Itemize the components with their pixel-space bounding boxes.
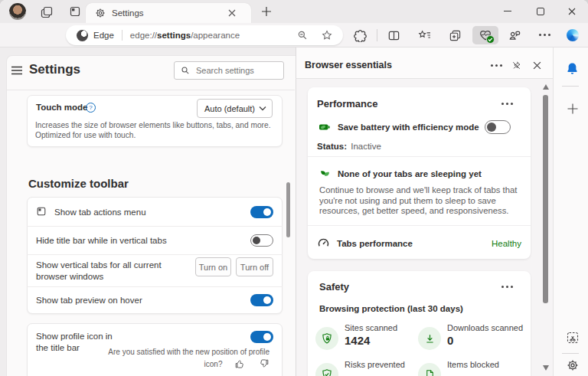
downloads-scanned-label: Downloads scanned: [447, 323, 523, 332]
thumb-down-icon[interactable]: [259, 358, 270, 369]
url-path: /appearance: [191, 31, 240, 40]
tabs-performance-value: Healthy: [459, 239, 521, 248]
scroll-up-arrow[interactable]: [543, 84, 549, 90]
browser-tab-settings[interactable]: Settings: [86, 3, 251, 23]
panel-more-icon[interactable]: [491, 64, 502, 67]
edge-logo-icon: [77, 30, 88, 41]
tab-actions-menu-icon: [36, 206, 47, 217]
row-label-tab-actions: Show tab actions menu: [54, 208, 146, 217]
tabs-performance-gauge-icon: [317, 237, 330, 250]
extensions-icon[interactable]: [354, 29, 367, 42]
row-label-hide-title-bar: Hide title bar while in vertical tabs: [36, 236, 167, 245]
split-screen-icon[interactable]: [387, 29, 400, 42]
toggle-show-tab-actions[interactable]: [250, 206, 273, 218]
sites-scanned-value: 1424: [345, 334, 370, 347]
url-scheme: edge://: [130, 31, 157, 40]
browser-window: Settings Edge edge:// settings /appe: [0, 0, 588, 376]
toolbar-divider: [377, 29, 377, 41]
search-input[interactable]: [194, 65, 274, 76]
section-title: Customize toolbar: [28, 177, 129, 190]
unpin-icon[interactable]: [511, 60, 521, 70]
tabs-performance-label: Tabs performance: [337, 239, 413, 248]
battery-saver-label: Save battery with efficiency mode: [338, 123, 479, 132]
turn-off-button[interactable]: Turn off: [236, 257, 273, 276]
tab-close-icon[interactable]: [228, 9, 236, 17]
divider: [308, 156, 531, 157]
status-line: Status: Inactive: [317, 142, 381, 151]
workspaces-icon[interactable]: [40, 5, 54, 19]
status-value: Inactive: [351, 142, 381, 151]
rail-settings-gear-icon[interactable]: [567, 359, 579, 371]
url-host: settings: [157, 31, 191, 40]
sidebar-rail: [553, 47, 588, 376]
divider: [27, 226, 283, 227]
touch-mode-label: Touch mode: [36, 103, 88, 112]
zoom-out-icon[interactable]: [297, 30, 308, 41]
favorite-star-icon[interactable]: [322, 30, 332, 41]
touch-mode-value: Auto (default): [204, 104, 255, 113]
thumb-up-icon[interactable]: [234, 358, 245, 369]
downloads-scanned-icon: [418, 327, 441, 350]
sleeping-tabs-leaf-icon: [319, 168, 331, 179]
touch-mode-dropdown[interactable]: Auto (default): [197, 99, 273, 118]
notification-bell-icon[interactable]: [566, 62, 579, 76]
new-tab-button[interactable]: [260, 5, 273, 18]
row-label-vertical-tabs: Show vertical tabs for all current brows…: [36, 260, 193, 282]
rail-add-icon[interactable]: [567, 103, 579, 115]
screenshot-icon[interactable]: [566, 331, 580, 345]
divider: [27, 254, 283, 255]
copilot-icon[interactable]: [567, 29, 579, 41]
settings-scrollbar[interactable]: [286, 182, 290, 237]
address-brand: Edge: [93, 31, 114, 40]
settings-and-more-icon[interactable]: [539, 34, 550, 36]
window-minimize-button[interactable]: [504, 11, 511, 11]
toggle-hide-title-bar[interactable]: [250, 234, 273, 247]
sleeping-tabs-title: None of your tabs are sleeping yet: [338, 169, 482, 178]
tab-title: Settings: [112, 8, 144, 18]
touch-mode-description: Increases the size of browser elements l…: [35, 120, 277, 140]
sites-scanned-label: Sites scanned: [345, 323, 397, 332]
profile-avatar[interactable]: [9, 3, 26, 20]
essentials-scrollbar[interactable]: [543, 95, 548, 303]
downloads-scanned-value: 0: [447, 334, 453, 347]
performance-more-icon[interactable]: [501, 103, 513, 105]
toggle-profile-icon[interactable]: [250, 331, 273, 343]
toggle-efficiency-mode[interactable]: [485, 120, 511, 134]
collections-icon[interactable]: [449, 29, 462, 42]
address-bar[interactable]: Edge edge:// settings /appearance: [66, 25, 343, 45]
divider: [7, 90, 295, 90]
sleeping-tabs-description: Continue to browse and we'll keep track …: [319, 185, 531, 217]
feedback-icon[interactable]: [508, 29, 521, 42]
panel-title: Browser essentials: [305, 60, 392, 70]
scroll-down-arrow[interactable]: [543, 365, 549, 371]
tab-actions-icon[interactable]: [69, 5, 81, 18]
divider: [308, 225, 531, 226]
sites-scanned-shield-icon: [315, 327, 338, 350]
rail-divider: [562, 353, 579, 354]
essentials-check-badge: [486, 35, 495, 44]
rail-divider: [562, 86, 579, 87]
chevron-down-icon: [259, 106, 266, 111]
panel-close-icon[interactable]: [533, 61, 541, 70]
performance-title: Performance: [317, 98, 377, 110]
toggle-tab-preview[interactable]: [250, 294, 273, 306]
address-divider: [122, 30, 122, 41]
search-settings-box[interactable]: [174, 61, 284, 80]
help-icon[interactable]: ?: [86, 103, 96, 113]
window-maximize-button[interactable]: [537, 8, 544, 15]
safety-more-icon[interactable]: [501, 286, 513, 288]
survey-question: Are you satisfied with the new position …: [108, 348, 270, 368]
safety-title: Safety: [319, 281, 349, 293]
row-label-tab-preview: Show tab preview on hover: [36, 296, 142, 305]
safety-subtitle: Browsing protection (last 30 days): [319, 304, 463, 313]
status-label: Status:: [317, 142, 347, 151]
favorites-list-icon[interactable]: [418, 29, 432, 42]
risks-prevented-label: Risks prevented: [345, 360, 405, 369]
divider: [27, 286, 283, 287]
turn-on-button[interactable]: Turn on: [195, 257, 231, 276]
window-close-button[interactable]: [568, 8, 576, 15]
hamburger-menu-icon[interactable]: [11, 66, 22, 75]
search-icon: [181, 66, 190, 75]
browser-essentials-button[interactable]: [472, 26, 498, 44]
survey-text-block: Are you satisfied with the new position …: [103, 346, 270, 370]
